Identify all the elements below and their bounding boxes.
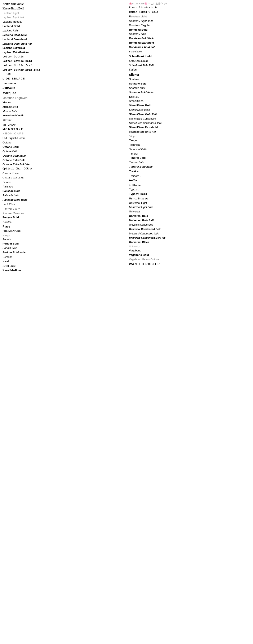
list-item: StencilSans Extrabold: [129, 125, 251, 130]
list-item: Universal Bold Italic: [129, 218, 251, 223]
list-item: Schoolbook Bold Italic: [129, 63, 251, 68]
list-item: Rondeau X-bold Ital: [129, 45, 251, 50]
list-item: Letter Gothic Bold: [2, 59, 124, 64]
list-item: Protege: [2, 234, 124, 238]
right-column: 🌸PILIBIONS🌸 ←これも書体ですRoman Fixed-widthRom…: [126, 2, 253, 642]
list-item: Letter Gothic: [2, 55, 124, 59]
list-item: Lapland Demi-bold Ital: [2, 42, 124, 46]
list-item: Palisade Italic: [2, 193, 124, 198]
list-item: Typist Bold: [129, 192, 251, 196]
list-item: Slicker: [129, 72, 251, 77]
list-item: 🌸PILIBIONS🌸 ←これも書体です: [129, 2, 251, 6]
list-item: Palisade Bold Italic: [2, 198, 124, 202]
list-item: Luftwaffe: [2, 86, 124, 90]
list-item: Painter: [2, 180, 124, 184]
list-item: Timbrel Bold Italic: [129, 164, 251, 169]
list-item: Optane Bold: [2, 145, 124, 149]
list-item: Marquee Engraved: [2, 96, 124, 100]
list-item: Universal Condensed: [129, 223, 251, 227]
list-item: Purloin Italic: [2, 246, 124, 250]
list-item: Purloin Bold Italic: [2, 250, 124, 255]
list-item: StencilSans Italic: [129, 108, 251, 112]
list-item: Lapland Demi-bold: [2, 37, 124, 42]
list-item: Optane ExtraBold: [2, 158, 124, 162]
list-item: Optane ExtraBold Ital: [2, 162, 124, 167]
list-item: Universal Light Italic: [129, 205, 251, 210]
list-item: Lapland ExtraBold Ital: [2, 50, 124, 55]
list-item: Oracle Regular: [2, 176, 124, 180]
list-item: Pixel: [2, 220, 124, 224]
list-item: Ultra Shadow: [129, 196, 251, 201]
list-item: Rondeau Italic: [129, 32, 251, 36]
list-item: Slalom: [129, 68, 251, 72]
list-item: Memoir: [2, 100, 124, 105]
list-item: Park Place: [2, 202, 124, 206]
list-item: Roman Fixed-width: [129, 6, 251, 10]
list-item: Lapland Light Italic: [2, 15, 124, 20]
list-item: Lapland ExtraBold: [2, 46, 124, 50]
list-item: StencilSans: [129, 99, 251, 104]
list-item: Lapland Regular: [2, 20, 124, 24]
list-item: PROMENADE: [2, 229, 124, 234]
list-item: Rondeau Bold Italic: [129, 36, 251, 41]
list-item: StencilSans Condensed Italic: [129, 121, 251, 126]
list-item: StencilSans Ex-b Ital: [129, 130, 251, 134]
list-item: Universal Condenced Bold: [129, 227, 251, 232]
list-item: MITZVAH: [2, 122, 124, 127]
list-item: Roman Fixed-w Bold: [129, 10, 251, 14]
list-item: Revel: [2, 260, 124, 264]
list-item: Universal Light: [129, 201, 251, 205]
list-item: Letter Gothic Italic: [2, 64, 124, 68]
list-item: Optane Bold Italic: [2, 154, 124, 158]
list-item: Technical: [129, 143, 251, 147]
list-item: Oracle Italic: [2, 171, 124, 176]
list-item: Rondeau Bold: [129, 28, 251, 32]
list-item: troffle: [129, 178, 251, 183]
list-item: Krone ExtraBold: [2, 6, 124, 11]
list-item: Soutane Bold Italic: [129, 90, 251, 95]
list-item: Soutane Bold: [129, 82, 251, 86]
list-item: Universal: [129, 210, 251, 214]
list-item: StencilSans Condensed: [129, 116, 251, 121]
list-item: LIDDIE: [2, 72, 124, 76]
list-item: Lapland Bold: [2, 24, 124, 28]
list-item: Optical Char OCR-A: [2, 167, 124, 171]
list-item: Typist: [129, 188, 251, 192]
list-item: Rondeau Regular: [129, 23, 251, 28]
list-item: Lapland Bold Italic: [2, 33, 124, 37]
list-item: Old English Gothic: [2, 136, 124, 140]
list-item: Timbrel Bold: [129, 156, 251, 160]
list-item: University: [129, 244, 251, 248]
list-item: Krone Bold Italic: [2, 2, 124, 6]
list-item: Technical Italic: [129, 147, 251, 152]
list-item: Universal Condenced Italic: [129, 232, 251, 236]
list-item: Schoolbook: [129, 50, 251, 54]
list-item: Timbrel Italic: [129, 160, 251, 164]
list-item: Purloin Bold: [2, 242, 124, 246]
list-item: Revel Medium: [2, 268, 124, 273]
list-item: Lapland Italic: [2, 28, 124, 33]
list-item: StencilSans Bold: [129, 104, 251, 108]
list-item: Rondeau Light: [129, 14, 251, 19]
list-item: Optane Italic: [2, 149, 124, 154]
list-item: Minstrel: [2, 118, 124, 122]
list-item: Vagabond Heavy Outline: [129, 257, 251, 262]
list-item: Lapland Light: [2, 11, 124, 16]
list-item: Ramona: [2, 255, 124, 260]
list-item: Vagabond Bold: [129, 253, 251, 257]
list-item: Palisade: [2, 184, 124, 189]
list-item: Penyae Light: [2, 207, 124, 211]
list-item: NEON CAPS: [2, 132, 124, 136]
list-item: Rondeau Extrabold: [129, 41, 251, 45]
list-item: Tango: [129, 138, 251, 143]
list-item: Schoolbook Italic: [129, 59, 251, 63]
list-item: Palisade Bold: [2, 189, 124, 193]
list-item: Trekker: [129, 169, 251, 174]
list-item: Penyae Regular: [2, 211, 124, 216]
font-list-container: Krone Bold ItalicKrone ExtraBoldLapland …: [0, 0, 253, 644]
list-item: Timbrel: [129, 152, 251, 156]
list-item: Vagabond: [129, 248, 251, 253]
list-item: Memoir Italic: [2, 109, 124, 114]
list-item: Marquee: [2, 90, 124, 96]
list-item: MONOTONE: [2, 127, 124, 132]
